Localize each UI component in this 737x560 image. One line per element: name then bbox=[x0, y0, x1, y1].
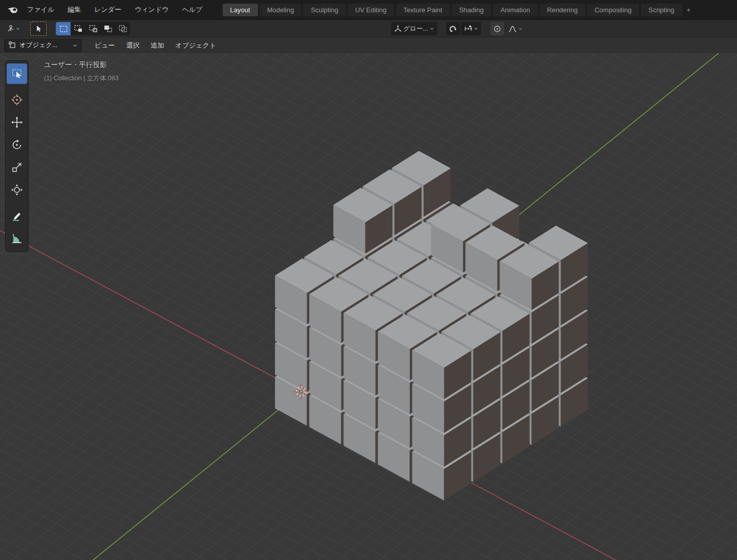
workspace-tab-scripting[interactable]: Scripting bbox=[641, 4, 682, 16]
editor-type-button[interactable] bbox=[4, 22, 22, 35]
select-mode-subtract-button[interactable] bbox=[85, 22, 100, 35]
viewport-menu-オブジェクト[interactable]: オブジェクト bbox=[170, 37, 222, 54]
select-box-icon bbox=[11, 68, 23, 79]
select-mode-intersect-icon bbox=[116, 23, 130, 34]
viewport-menus: ビュー選択追加オブジェクト bbox=[82, 37, 222, 54]
object-mode-icon bbox=[9, 41, 16, 49]
cursor-icon bbox=[11, 94, 23, 105]
select-mode-set-button[interactable] bbox=[56, 22, 71, 35]
measure-icon bbox=[11, 233, 23, 244]
workspace-tab-uv-editing[interactable]: UV Editing bbox=[348, 4, 394, 16]
mode-dropdown[interactable]: オブジェク... bbox=[4, 39, 82, 52]
active-tool-indicator[interactable] bbox=[30, 21, 47, 36]
workspace-tab-texture-paint[interactable]: Texture Paint bbox=[396, 4, 450, 16]
move-icon bbox=[11, 117, 23, 128]
workspace-tab-modeling[interactable]: Modeling bbox=[259, 4, 302, 16]
tool-shelf bbox=[5, 60, 29, 252]
topbar-menu-ヘルプ[interactable]: ヘルプ bbox=[176, 0, 209, 19]
workspace-tab-animation[interactable]: Animation bbox=[493, 4, 538, 16]
workspace-tab-sculpting[interactable]: Sculpting bbox=[303, 4, 345, 16]
viewport-menu-選択[interactable]: 選択 bbox=[121, 37, 145, 54]
workspace-tab-compositing[interactable]: Compositing bbox=[587, 4, 639, 16]
annotate-icon bbox=[11, 210, 23, 222]
rotate-icon bbox=[11, 139, 23, 150]
topbar-menu-ファイル[interactable]: ファイル bbox=[20, 0, 61, 19]
chevron-down-icon bbox=[430, 27, 434, 31]
topbar-menu-ウィンドウ[interactable]: ウィンドウ bbox=[128, 0, 176, 19]
tool-cursor-button[interactable] bbox=[7, 90, 27, 110]
viewport-editor-icon bbox=[6, 25, 15, 33]
select-mode-extend-icon bbox=[71, 23, 85, 34]
chevron-down-icon bbox=[73, 43, 77, 48]
viewport-menu-追加[interactable]: 追加 bbox=[145, 37, 170, 54]
snapping-dropdown[interactable] bbox=[461, 22, 481, 35]
select-mode-invert-icon bbox=[101, 23, 115, 34]
chevron-down-icon bbox=[474, 27, 478, 31]
tool-select-box-button[interactable] bbox=[7, 63, 27, 84]
orientation-global-icon bbox=[394, 25, 402, 32]
chevron-down-icon bbox=[518, 27, 523, 31]
select-mode-invert-button[interactable] bbox=[100, 22, 115, 35]
magnet-icon bbox=[449, 25, 457, 33]
select-mode-subtract-icon bbox=[86, 23, 100, 34]
tool-move-button[interactable] bbox=[7, 112, 27, 133]
viewport-3d[interactable]: ユーザー・平行投影 (1) Collection | 立方体.083 bbox=[0, 53, 737, 560]
proportional-editing-toggle[interactable] bbox=[490, 22, 504, 35]
select-cursor-icon bbox=[34, 25, 42, 33]
viewport-menu-ビュー[interactable]: ビュー bbox=[89, 37, 121, 54]
workspace-tab-layout[interactable]: Layout bbox=[223, 4, 258, 16]
workspace-tabs: LayoutModelingSculptingUV EditingTexture… bbox=[223, 4, 682, 16]
scene-canvas[interactable] bbox=[0, 53, 737, 560]
orientation-label: グロー... bbox=[403, 25, 428, 33]
select-mode-extend-button[interactable] bbox=[71, 22, 85, 35]
proportional-circle-icon bbox=[493, 25, 501, 33]
snap-proportional-cluster: グロー... bbox=[391, 20, 526, 37]
topbar-menus: ファイル編集レンダーウィンドウヘルプ bbox=[20, 0, 209, 19]
snap-target-icon bbox=[464, 25, 472, 32]
scale-icon bbox=[11, 162, 23, 173]
select-mode-group bbox=[56, 22, 130, 35]
topbar: ファイル編集レンダーウィンドウヘルプ LayoutModelingSculpti… bbox=[0, 0, 737, 19]
workspace-tab-rendering[interactable]: Rendering bbox=[539, 4, 586, 16]
add-workspace-button[interactable]: + bbox=[682, 4, 696, 16]
select-mode-set-icon bbox=[56, 23, 71, 34]
topbar-menu-レンダー[interactable]: レンダー bbox=[88, 0, 128, 19]
tool-measure-button[interactable] bbox=[7, 228, 27, 249]
topbar-menu-編集[interactable]: 編集 bbox=[61, 0, 88, 19]
workspace-tab-shading[interactable]: Shading bbox=[451, 4, 491, 16]
snapping-toggle-button[interactable] bbox=[446, 22, 460, 35]
proportional-falloff-dropdown[interactable] bbox=[505, 22, 526, 35]
falloff-curve-icon bbox=[508, 25, 517, 33]
blender-logo-icon[interactable] bbox=[5, 4, 20, 16]
transform-icon bbox=[11, 184, 23, 196]
tool-transform-button[interactable] bbox=[7, 180, 27, 200]
chevron-down-icon bbox=[16, 27, 20, 31]
blender-window: ファイル編集レンダーウィンドウヘルプ LayoutModelingSculpti… bbox=[0, 0, 737, 560]
viewport-header: オブジェク... ビュー選択追加オブジェクト bbox=[0, 37, 737, 53]
tool-settings-bar: グロー... bbox=[0, 19, 737, 37]
select-mode-intersect-button[interactable] bbox=[115, 22, 130, 35]
mode-label: オブジェク... bbox=[19, 41, 70, 50]
tool-rotate-button[interactable] bbox=[7, 135, 27, 155]
tool-scale-button[interactable] bbox=[7, 157, 27, 178]
transform-orientation-dropdown[interactable]: グロー... bbox=[391, 22, 437, 35]
tool-annotate-button[interactable] bbox=[7, 206, 27, 226]
